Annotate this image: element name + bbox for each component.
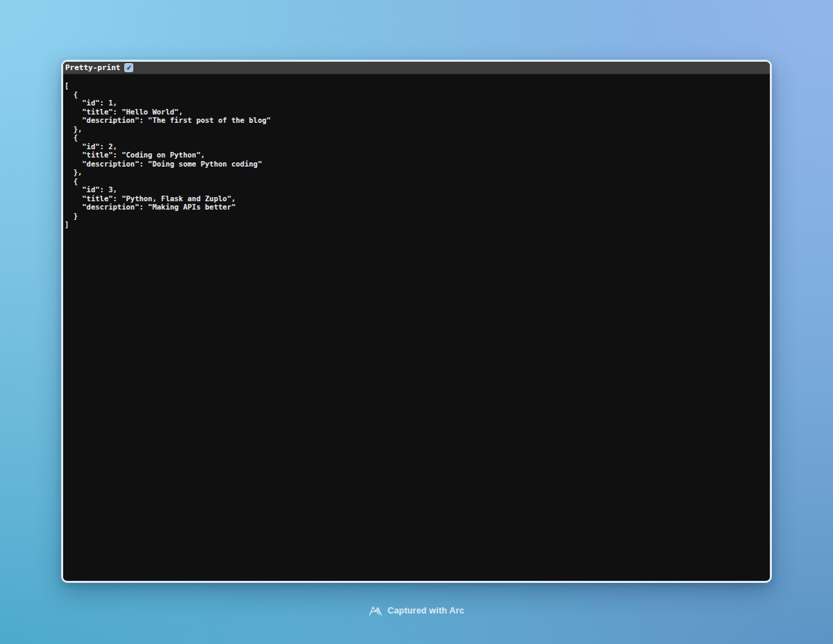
- capture-footer: Captured with Arc: [0, 604, 833, 617]
- pretty-print-label: Pretty-print: [65, 62, 120, 74]
- json-viewer-window: Pretty-print ✓ [ { "id": 1, "title": "He…: [61, 60, 772, 583]
- pretty-print-toolbar: Pretty-print ✓: [63, 62, 770, 74]
- json-content-area[interactable]: [ { "id": 1, "title": "Hello World", "de…: [63, 74, 770, 580]
- capture-caption: Captured with Arc: [387, 606, 464, 616]
- json-content: [ { "id": 1, "title": "Hello World", "de…: [63, 74, 770, 229]
- checkmark-icon: ✓: [126, 63, 132, 72]
- arc-logo-icon: [369, 604, 382, 617]
- pretty-print-checkbox[interactable]: ✓: [124, 63, 133, 72]
- page-background: Pretty-print ✓ [ { "id": 1, "title": "He…: [0, 0, 833, 644]
